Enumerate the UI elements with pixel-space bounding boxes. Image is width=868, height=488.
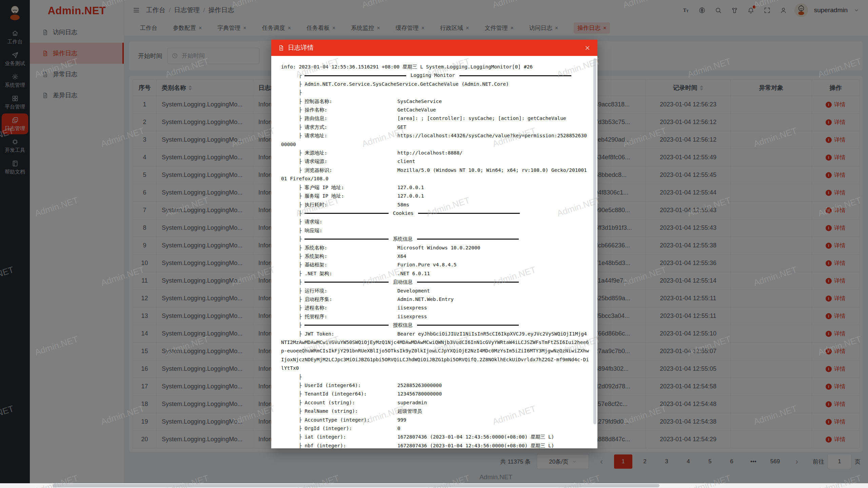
- log-field-value: GetCacheValue: [397, 106, 592, 114]
- log-field-label: ├ 基础框架:: [299, 261, 397, 269]
- log-field-value: http://localhost:8888/: [397, 149, 592, 157]
- log-line: ├ iat (integer):1672807436 (2023-01-04 1…: [281, 433, 592, 441]
- log-line: ├ 控制器名称:SysCacheService: [281, 97, 592, 106]
- log-line: ├ 来源地址:http://localhost:8888/: [281, 149, 592, 157]
- log-field-value: [area]: ; [controller]: sysCache; [actio…: [397, 114, 592, 123]
- log-field-label: ├ 托管程序:: [299, 312, 397, 321]
- log-detail-dialog: 日志详情 info: 2023-01-04 12:55:36.1516291 +…: [271, 40, 597, 448]
- log-field-value: 1672807436 (2023-01-04 12:43:56:0000(+08…: [397, 442, 592, 448]
- log-line: ├ 系统名称:Microsoft Windows 10.0.22000: [281, 244, 592, 252]
- log-field-value: 1672807436 (2023-01-04 12:43:56:0000(+08…: [397, 433, 592, 441]
- log-line: ├ 服务端 IP 地址:127.0.0.1: [281, 192, 592, 200]
- log-line: ├ OrgId (integer):0: [281, 424, 592, 433]
- log-line: ├ 系统架构:X64: [281, 252, 592, 261]
- log-section-title: Cookies: [393, 209, 414, 218]
- dialog-scrollbar[interactable]: [593, 58, 596, 424]
- log-section-title: Logging Monitor: [411, 71, 455, 80]
- log-section-divider: ├启动信息: [281, 278, 592, 286]
- log-line: IjoxNjczNDEyMjM2LCJpc3MiOiJBZG1pbi5ORVQi…: [281, 355, 592, 364]
- log-field-label: ├ 进程名称:: [299, 304, 397, 312]
- log-line: ├ nbf (integer):1672807436 (2023-01-04 1…: [281, 442, 592, 448]
- log-field-label: ├ 请求方式:: [299, 123, 397, 131]
- log-field-label: ├ 控制器名称:: [299, 97, 397, 106]
- log-field-value: superadmin: [397, 399, 592, 407]
- tree-corner: ├: [299, 321, 302, 329]
- log-field-label: ├ iat (integer):: [299, 433, 397, 441]
- log-line: ├ 请求方式:GET: [281, 123, 592, 131]
- log-field-label: ├ Account (string):: [299, 399, 397, 407]
- document-icon: [278, 45, 284, 51]
- log-line: ├ 请求地址:https://localhost:44326/sysCache/…: [281, 131, 592, 140]
- log-line: ├ 请求端源:client: [281, 157, 592, 166]
- log-line: ├ RealName (string):超级管理员: [281, 407, 592, 415]
- log-line: ├ Account (string):superadmin: [281, 399, 592, 407]
- log-field-value: Development: [397, 287, 592, 295]
- log-line: ├ 路由信息:[area]: ; [controller]: sysCache;…: [281, 114, 592, 123]
- log-field-value: Furion.Pure v4.8.4.5: [397, 261, 592, 269]
- horizontal-scrollbar: [0, 483, 868, 488]
- log-field-value: SysCacheService: [397, 97, 592, 106]
- close-icon[interactable]: [584, 45, 591, 51]
- log-field-value: 999: [397, 416, 592, 424]
- log-field-value: 252885263000000: [397, 381, 592, 390]
- log-field-label: ├ 操作名称:: [299, 106, 397, 114]
- log-line: ├ UserId (integer64):252885263000000: [281, 381, 592, 390]
- log-field-label: ├ 系统名称:: [299, 244, 397, 252]
- log-field-value: 58ms: [397, 201, 592, 209]
- tree-corner: ├: [299, 235, 302, 243]
- log-field-label: ├ OrgId (integer):: [299, 424, 397, 433]
- log-field-label: ├ 请求地址:: [299, 131, 397, 140]
- log-field-label: ├ TenantId (integer64):: [299, 390, 397, 398]
- log-field-label: ├ 执行耗时:: [299, 201, 397, 209]
- log-field-value: 超级管理员: [397, 407, 592, 415]
- log-field-value: Bearer eyJhbGciOiJIUzI1NiIsInR5cCI6IkpXV…: [397, 330, 592, 338]
- log-line: ├ Admin.NET.Core.Service.SysCacheService…: [281, 80, 592, 88]
- log-line: ├ 基础框架:Furion.Pure v4.8.4.5: [281, 261, 592, 269]
- log-line: ├ JWT Token:Bearer eyJhbGciOiJIUzI1NiIsI…: [281, 330, 592, 338]
- log-field-value: 127.0.0.1: [397, 192, 592, 200]
- log-field-label: ├ UserId (integer64):: [299, 381, 397, 390]
- log-line: ├ 浏览器标识:Mozilla/5.0 (Windows NT 10.0; Wi…: [281, 166, 592, 175]
- horizontal-scrollbar-thumb[interactable]: [53, 484, 659, 487]
- log-section-title: 启动信息: [393, 278, 413, 286]
- log-line: ├ 托管程序:iisexpress: [281, 312, 592, 321]
- tree-corner: ├: [299, 209, 302, 218]
- log-section-title: 系统信息: [393, 235, 413, 243]
- log-line: NTI2MzAwMDAwMCwiVGVuYW50SWQiOjEyMzQ1Njc4…: [281, 338, 592, 347]
- log-field-value: iisexpress: [397, 312, 592, 321]
- log-field-value: iisexpress: [397, 304, 592, 312]
- log-section-divider: ├授权信息: [281, 321, 592, 329]
- log-line: ├: [281, 88, 592, 97]
- log-field-label: ├ 请求端源:: [299, 157, 397, 166]
- log-line: info: 2023-01-04 12:55:36.1516291 +08:00…: [281, 63, 592, 71]
- log-line: ├: [281, 373, 592, 381]
- log-field-value: client: [397, 157, 592, 166]
- log-field-label: ├ 来源地址:: [299, 149, 397, 157]
- log-field-label: ├ 启动程序集:: [299, 295, 397, 304]
- dialog-header: 日志详情: [271, 40, 597, 56]
- log-line: 00000: [281, 140, 592, 149]
- log-field-label: ├ 路由信息:: [299, 114, 397, 123]
- log-section-divider: ┌Logging Monitor: [281, 71, 592, 80]
- log-detail-content: info: 2023-01-04 12:55:36.1516291 +08:00…: [271, 56, 597, 448]
- log-field-value: GET: [397, 123, 592, 131]
- log-field-label: ├ 运行环境:: [299, 287, 397, 295]
- log-section-divider: ├系统信息: [281, 235, 592, 243]
- log-line: ├ TenantId (integer64):123456780000000: [281, 390, 592, 398]
- log-line: ├ 启动程序集:Admin.NET.Web.Entry: [281, 295, 592, 304]
- log-line: lYtTx0: [281, 364, 592, 372]
- log-line: ├ 请求端:: [281, 218, 592, 226]
- dialog-title: 日志详情: [288, 43, 314, 52]
- log-field-value: Mozilla/5.0 (Windows NT 10.0; Win64; x64…: [397, 166, 592, 175]
- log-line: p-euoeeQhuWRmCIsIkFjY291bnRUeXBlIjo5OTks…: [281, 347, 592, 355]
- log-line: ├ 执行耗时:58ms: [281, 201, 592, 209]
- log-field-value: Admin.NET.Web.Entry: [397, 295, 592, 304]
- log-field-label: ├ AccountType (integer):: [299, 416, 397, 424]
- log-section-divider: ├Cookies: [281, 209, 592, 218]
- log-field-label: ├ .NET 架构:: [299, 269, 397, 278]
- log-field-value: 0: [397, 424, 592, 433]
- log-line: ├ .NET 架构:.NET 6.0.11: [281, 269, 592, 278]
- log-field-label: ├ 客户端 IP 地址:: [299, 183, 397, 192]
- log-field-label: ├ JWT Token:: [299, 330, 397, 338]
- log-line: ├ AccountType (integer):999: [281, 416, 592, 424]
